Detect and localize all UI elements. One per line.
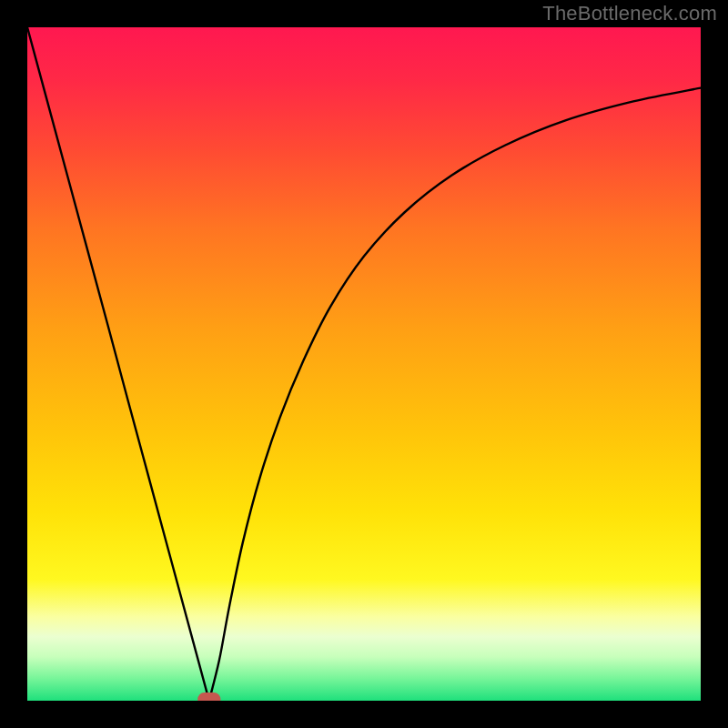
chart-svg [27, 27, 701, 701]
chart-frame: TheBottleneck.com [0, 0, 728, 728]
plot-area [27, 27, 701, 701]
gradient-rect [27, 27, 701, 701]
watermark-text: TheBottleneck.com [542, 2, 717, 25]
current-point-marker [197, 693, 220, 701]
